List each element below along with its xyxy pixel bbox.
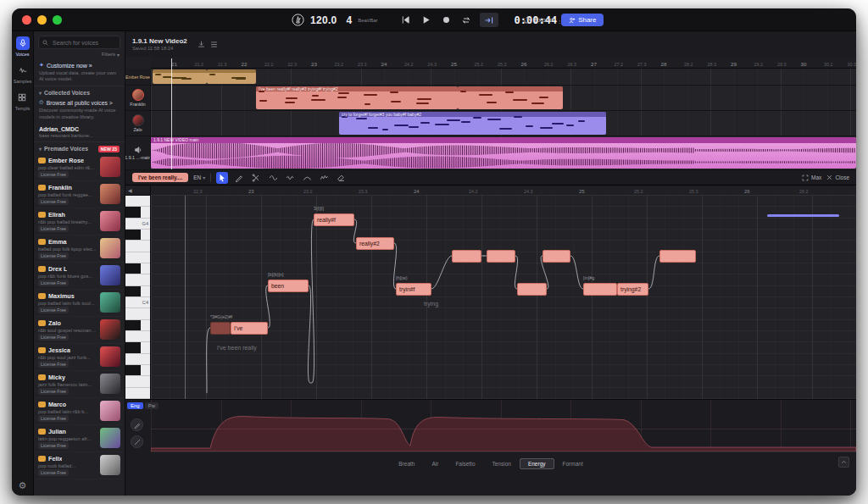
piano-note[interactable]: really#f <box>314 213 354 226</box>
scissors-tool-button[interactable] <box>250 172 262 184</box>
note-grid[interactable]: 22.32323.223.32424.224.32525.225.32626.2… <box>151 186 856 399</box>
track-lane[interactable]: I've been really#f really#3 trying#f try… <box>151 86 856 111</box>
search-input[interactable] <box>51 39 116 47</box>
loop-button[interactable] <box>459 13 474 27</box>
voice-list-item[interactable]: Emma ballad pop folk kpop elec... Licens… <box>34 235 125 263</box>
voice-list-item[interactable]: Jessica r&b pop soul jazz funk... Licens… <box>34 344 125 371</box>
piano-key[interactable] <box>125 388 150 399</box>
param-tab-formant[interactable]: Formant <box>554 458 592 469</box>
collected-voice-item[interactable]: Adrian_CMDC bass resonant baritone... <box>34 124 125 142</box>
import-icon[interactable] <box>198 41 205 48</box>
collapse-panel-button[interactable] <box>838 457 849 468</box>
piano-key[interactable] <box>125 241 150 252</box>
collected-voices-header[interactable]: ▾Collected Voices <box>34 86 125 97</box>
piano-key[interactable] <box>125 286 150 297</box>
search-bar[interactable] <box>38 36 120 49</box>
piano-note[interactable] <box>487 250 515 263</box>
piano-note[interactable]: tryin#f <box>396 283 431 296</box>
share-button[interactable]: Share <box>561 14 604 26</box>
arrange-ruler[interactable]: 2121.221.32222.222.32323.223.32424.224.3… <box>151 57 856 69</box>
minimize-button[interactable] <box>37 15 47 25</box>
track-header[interactable]: Zalo <box>125 111 151 136</box>
voice-list-item[interactable]: Zalo r&b soul gospel resonanc... License… <box>34 317 125 344</box>
clip[interactable]: 1.9.1 NEW VIDEO main <box>151 137 856 169</box>
clip[interactable] <box>153 69 207 84</box>
piano-key[interactable] <box>125 230 150 241</box>
piano-key[interactable] <box>125 365 150 376</box>
neighbor-clip-note[interactable] <box>767 214 839 217</box>
voice-list-item[interactable]: Julian latin pop reggaeton afr... Licens… <box>34 425 125 452</box>
clip[interactable]: cry to forget#f forget#3 you baby#f baby… <box>339 112 606 135</box>
piano-key[interactable] <box>125 342 150 353</box>
premade-voices-header[interactable]: ▾Premade Voices NEW 23 <box>34 142 125 154</box>
voice-list-item[interactable]: Ember Rose pop clear ballad edm r&b... L… <box>34 154 125 181</box>
piano-key[interactable] <box>125 196 150 207</box>
sine-tool-button[interactable] <box>267 172 279 184</box>
editor-playhead[interactable] <box>185 186 186 399</box>
voice-list-item[interactable]: Marco pop ballad latin r&b b... License … <box>34 398 125 425</box>
piano-note[interactable]: really#2 <box>356 237 394 250</box>
tab-voices[interactable]: Voices <box>15 36 29 57</box>
browse-card[interactable]: ⊙Browse all public voices > Discover com… <box>34 97 125 123</box>
param-tab-falsetto[interactable]: Falsetto <box>447 458 483 469</box>
close-editor-button[interactable]: Close <box>826 174 849 180</box>
piano-note[interactable]: trying#2 <box>617 283 648 296</box>
piano-key[interactable] <box>125 320 150 331</box>
voice-list-item[interactable]: Drex L pop r&b funk blues gos... License… <box>34 263 125 290</box>
piano-note[interactable] <box>659 250 696 263</box>
language-selector[interactable]: EN▾ <box>193 174 205 180</box>
export-button[interactable]: Export <box>524 16 554 24</box>
clip[interactable] <box>458 86 563 109</box>
pen-tool-button[interactable] <box>233 172 245 184</box>
tab-templates[interactable]: Templs <box>15 91 30 111</box>
piano-note[interactable] <box>542 250 570 263</box>
param-tab-air[interactable]: Air <box>423 458 447 469</box>
playhead[interactable] <box>171 58 172 169</box>
editing-clip-chip[interactable]: I've been really.... <box>132 173 188 182</box>
track-header[interactable]: 1.9.1 ...-main <box>125 136 151 170</box>
piano-key[interactable] <box>125 331 150 342</box>
param-tab-breath[interactable]: Breath <box>390 458 423 469</box>
piano-note[interactable]: been <box>268 280 309 292</box>
clip[interactable]: I've been really#f really#3 trying#f try… <box>256 86 458 109</box>
curve-tool-button[interactable] <box>301 172 313 184</box>
play-button[interactable] <box>419 13 433 27</box>
track-lane[interactable] <box>151 69 856 86</box>
vibrato-tool-button[interactable] <box>284 172 296 184</box>
metronome-icon[interactable] <box>292 14 304 26</box>
piano-key[interactable] <box>125 252 150 263</box>
piano-key[interactable] <box>125 274 150 285</box>
close-button[interactable] <box>22 15 31 25</box>
piano-note[interactable] <box>517 283 547 296</box>
param-canvas[interactable] <box>151 400 856 452</box>
track-header[interactable]: Franklin <box>125 86 151 111</box>
track-header[interactable]: Ember Rose <box>125 69 151 86</box>
piano-key[interactable] <box>125 263 150 274</box>
piano-key[interactable]: G4 <box>125 219 150 230</box>
param-line-tool-button[interactable] <box>131 435 143 448</box>
follow-playhead-button[interactable] <box>480 13 498 27</box>
eraser-tool-button[interactable] <box>335 172 347 184</box>
tracklist-icon[interactable] <box>210 41 218 48</box>
settings-button[interactable]: ⚙ <box>19 481 27 490</box>
tab-samples[interactable]: Samples <box>14 64 31 84</box>
piano-note[interactable] <box>583 283 617 296</box>
piano-key[interactable] <box>125 354 150 365</box>
skip-start-button[interactable] <box>398 13 413 27</box>
maximize-editor-button[interactable]: Max <box>802 174 821 181</box>
voice-list-item[interactable]: Franklin pop ballad funk reggae... Licen… <box>34 181 125 208</box>
collapse-keys-button[interactable]: ◀ <box>125 186 150 196</box>
pointer-tool-button[interactable] <box>216 172 228 184</box>
clip[interactable] <box>207 69 256 84</box>
tempo-display[interactable]: 120.0 <box>310 14 337 26</box>
param-tab-energy[interactable]: Energy <box>520 458 554 469</box>
zoom-button[interactable] <box>53 15 62 25</box>
piano-note[interactable]: I've <box>231 322 268 335</box>
jitter-tool-button[interactable] <box>318 172 330 184</box>
param-draw-tool-button[interactable] <box>131 418 143 431</box>
track-lane[interactable]: 1.9.1 NEW VIDEO main <box>151 136 856 170</box>
piano-key[interactable] <box>125 207 150 218</box>
record-button[interactable] <box>439 13 453 27</box>
param-mode-pw[interactable]: Pw <box>145 402 159 409</box>
voice-list-item[interactable]: Maximus pop ballad latin folk soul... Li… <box>34 290 125 317</box>
